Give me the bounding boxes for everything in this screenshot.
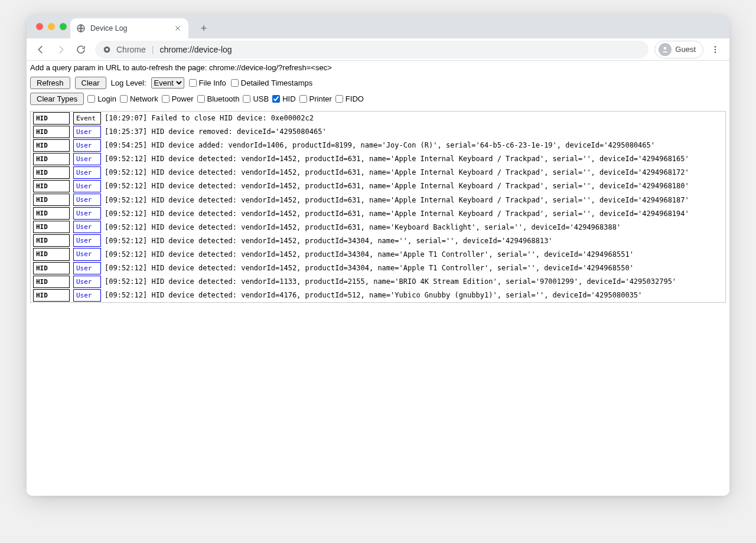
- log-level-tag: User: [73, 276, 101, 288]
- log-type-tag: HID: [33, 166, 70, 179]
- window-minimize-button[interactable]: [48, 23, 55, 30]
- back-button[interactable]: [32, 41, 49, 58]
- log-type-tag: HID: [33, 207, 70, 220]
- type-filter-power[interactable]: Power: [162, 94, 194, 103]
- log-message: [09:52:12] HID device detected: vendorId…: [105, 195, 689, 206]
- type-filter-printer[interactable]: Printer: [299, 94, 332, 103]
- log-row: HIDUser[09:52:12] HID device detected: v…: [31, 152, 725, 166]
- profile-chip[interactable]: Guest: [654, 41, 703, 58]
- svg-point-3: [664, 47, 667, 50]
- log-message: [09:52:12] HID device detected: vendorId…: [105, 181, 689, 192]
- browser-tab[interactable]: Device Log: [70, 18, 188, 38]
- log-row: HIDUser[09:52:12] HID device detected: v…: [31, 234, 725, 247]
- log-message: [09:52:12] HID device detected: vendorId…: [105, 249, 634, 260]
- file-info-toggle[interactable]: File Info: [189, 78, 226, 87]
- log-type-tag: HID: [33, 194, 70, 206]
- svg-point-6: [715, 51, 716, 53]
- log-row: HIDUser[10:25:37] HID device removed: de…: [31, 125, 725, 139]
- log-level-tag: User: [73, 248, 101, 260]
- type-filter-label: USB: [253, 94, 269, 103]
- url-separator: |: [152, 45, 154, 54]
- window-close-button[interactable]: [36, 23, 43, 30]
- svg-point-2: [106, 48, 109, 51]
- window-maximize-button[interactable]: [60, 23, 67, 30]
- log-message: [09:52:12] HID device detected: vendorId…: [105, 208, 689, 220]
- controls-row-1: Refresh Clear Log Level: Event File Info…: [27, 73, 729, 90]
- refresh-button[interactable]: Refresh: [30, 77, 70, 89]
- log-type-tag: HID: [33, 276, 70, 288]
- reload-button[interactable]: [73, 41, 89, 58]
- clear-types-button[interactable]: Clear Types: [30, 93, 84, 105]
- type-filter-bluetooth[interactable]: Bluetooth: [197, 94, 240, 103]
- log-message: [09:54:25] HID device added: vendorId=14…: [105, 140, 655, 151]
- type-filter-checkbox-power[interactable]: [162, 95, 170, 103]
- log-message: [09:52:12] HID device detected: vendorId…: [105, 235, 553, 247]
- type-filter-usb[interactable]: USB: [243, 94, 269, 103]
- type-filter-checkbox-bluetooth[interactable]: [197, 95, 205, 103]
- globe-icon: [76, 24, 86, 33]
- browser-toolbar: Chrome | chrome://device-log Guest: [27, 38, 729, 61]
- log-row: HIDUser[09:52:12] HID device detected: v…: [31, 179, 725, 193]
- log-level-select[interactable]: Event: [151, 77, 184, 89]
- log-type-tag: HID: [33, 234, 70, 247]
- detailed-timestamps-toggle[interactable]: Detailed Timestamps: [231, 78, 312, 87]
- tab-close-button[interactable]: [173, 24, 183, 33]
- log-level-tag: User: [73, 289, 101, 302]
- type-filter-checkbox-network[interactable]: [120, 95, 128, 103]
- address-bar[interactable]: Chrome | chrome://device-log: [95, 41, 649, 58]
- log-type-tag: HID: [33, 289, 70, 302]
- log-row: HIDUser[09:54:25] HID device added: vend…: [31, 139, 725, 152]
- file-info-checkbox[interactable]: [189, 79, 197, 87]
- log-type-tag: HID: [33, 180, 70, 192]
- log-level-tag: User: [73, 180, 101, 192]
- log-row: HIDEvent[10:29:07] Failed to close HID d…: [31, 112, 725, 125]
- page-content: Add a query param in URL to auto-refresh…: [27, 61, 729, 496]
- type-filter-login[interactable]: Login: [87, 94, 116, 103]
- forward-button[interactable]: [53, 41, 69, 58]
- log-message: [09:52:12] HID device detected: vendorId…: [105, 222, 621, 233]
- log-level-tag: User: [73, 194, 101, 206]
- clear-button[interactable]: Clear: [75, 77, 106, 89]
- type-filter-checkbox-hid[interactable]: [272, 95, 280, 103]
- log-row: HIDUser[09:52:12] HID device detected: v…: [31, 220, 725, 234]
- type-filters: LoginNetworkPowerBluetoothUSBHIDPrinterF…: [87, 94, 364, 103]
- type-filter-checkbox-login[interactable]: [87, 95, 95, 103]
- log-message: [09:52:12] HID device detected: vendorId…: [105, 167, 689, 178]
- type-filter-label: HID: [282, 94, 295, 103]
- type-filter-checkbox-fido[interactable]: [335, 95, 343, 103]
- svg-point-5: [715, 48, 716, 50]
- url-host: Chrome: [116, 45, 146, 54]
- chrome-product-icon: [102, 45, 112, 54]
- log-level-tag: User: [73, 126, 101, 138]
- log-type-tag: HID: [33, 153, 70, 165]
- log-row: HIDUser[09:52:12] HID device detected: v…: [31, 275, 725, 289]
- type-filter-label: Login: [97, 94, 116, 103]
- log-level-label: Log Level:: [111, 78, 146, 87]
- log-row: HIDUser[09:52:12] HID device detected: v…: [31, 261, 725, 275]
- browser-menu-button[interactable]: [707, 41, 724, 58]
- log-row: HIDUser[09:52:12] HID device detected: v…: [31, 166, 725, 179]
- log-level-tag: User: [73, 221, 101, 233]
- log-type-tag: HID: [33, 262, 70, 274]
- log-level-tag: User: [73, 153, 101, 165]
- log-message: [09:52:12] HID device detected: vendorId…: [105, 276, 676, 287]
- log-type-tag: HID: [33, 126, 70, 138]
- type-filter-hid[interactable]: HID: [272, 94, 295, 103]
- controls-row-2: Clear Types LoginNetworkPowerBluetoothUS…: [27, 90, 729, 109]
- svg-point-4: [715, 46, 716, 48]
- detailed-timestamps-checkbox[interactable]: [231, 79, 239, 87]
- type-filter-network[interactable]: Network: [120, 94, 158, 103]
- new-tab-button[interactable]: +: [195, 20, 212, 37]
- hint-text: Add a query param in URL to auto-refresh…: [27, 61, 729, 73]
- type-filter-fido[interactable]: FIDO: [335, 94, 364, 103]
- log-type-tag: HID: [33, 248, 70, 260]
- type-filter-checkbox-usb[interactable]: [243, 95, 250, 103]
- log-row: HIDUser[09:52:12] HID device detected: v…: [31, 247, 725, 261]
- type-filter-checkbox-printer[interactable]: [299, 95, 307, 103]
- type-filter-label: FIDO: [346, 94, 364, 103]
- type-filter-label: Printer: [309, 94, 332, 103]
- log-type-tag: HID: [33, 139, 70, 152]
- window-controls: [36, 23, 67, 30]
- url-path: chrome://device-log: [159, 45, 232, 54]
- log-message: [10:29:07] Failed to close HID device: 0…: [105, 113, 314, 124]
